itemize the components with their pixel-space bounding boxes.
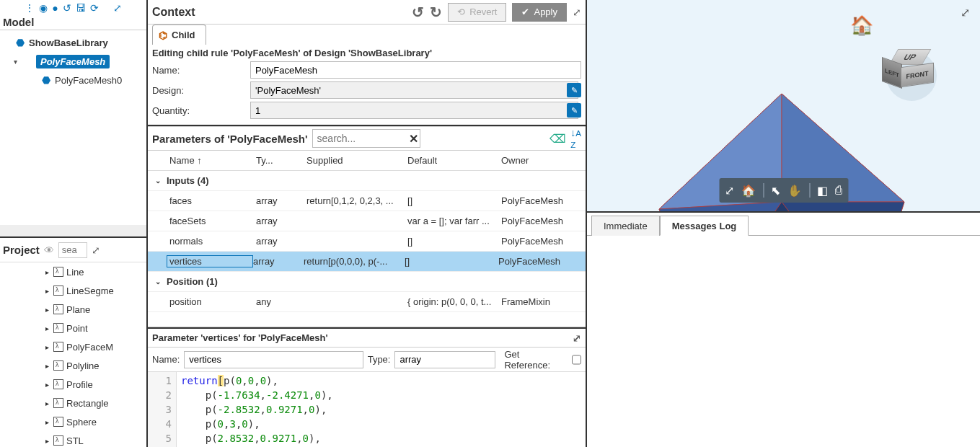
cube-icon: ⬣ [22, 56, 33, 67]
project-item[interactable]: ▸STL [43, 431, 146, 447]
box-icon[interactable]: ◧ [817, 184, 828, 198]
tab-immediate[interactable]: Immediate [591, 216, 660, 236]
param-group[interactable]: ⌄Position (1) [148, 272, 586, 292]
apply-button[interactable]: ✔Apply [512, 3, 567, 22]
sort-az-icon[interactable]: ↓AZ [570, 127, 581, 150]
undo-icon[interactable]: ↺ [63, 2, 71, 14]
col-name[interactable]: Name ↑ [169, 155, 256, 166]
design-input[interactable] [250, 81, 578, 99]
expand-icon[interactable]: ⤢ [113, 2, 122, 14]
hierarchy-icon: ⌬ [159, 30, 167, 41]
col-supplied[interactable]: Supplied [306, 155, 407, 166]
project-item-label: Polyline [66, 360, 100, 371]
param-owner: FrameMixin [501, 296, 581, 307]
getref-checkbox[interactable] [572, 351, 581, 368]
project-item[interactable]: ▸Polyline [43, 356, 146, 375]
caret-right-icon[interactable]: ▸ [43, 437, 50, 445]
file-icon [53, 398, 63, 408]
export-icon[interactable]: ⎙ [835, 184, 842, 197]
code-editor[interactable]: 12345 return[p(0,0,0), p(-1.7634,-2.4271… [148, 372, 586, 447]
caret-down-icon[interactable]: ⌄ [155, 278, 167, 286]
save-icon[interactable]: 🖫 [76, 2, 86, 14]
project-item[interactable]: ▸Point [43, 319, 146, 337]
bottom-tabs: Immediate Messages Log [587, 213, 980, 236]
param-type: array [253, 256, 304, 267]
project-item[interactable]: ▸Line [43, 262, 146, 281]
select-icon[interactable]: ⬉ [771, 184, 780, 198]
target-icon[interactable]: ◉ [39, 2, 48, 14]
tab-child[interactable]: ⌬ Child [152, 25, 206, 45]
refresh-icon[interactable]: ⟳ [90, 2, 99, 14]
expand-icon[interactable]: ⤢ [573, 6, 581, 18]
param-supplied: return[p(0,0,0), p(-... [304, 256, 405, 267]
model-panel: ⋮ ◉ ● ↺ 🖫 ⟳ ⤢ Model ⬣ ShowBaseLibrary ▾ … [0, 0, 146, 238]
param-row[interactable]: normalsarray[]PolyFaceMesh [148, 231, 586, 252]
caret-right-icon[interactable]: ▸ [43, 381, 50, 389]
params-search-input[interactable] [312, 129, 420, 148]
param-group[interactable]: ⌄Inputs (4) [148, 171, 586, 191]
editor-name-input[interactable] [184, 351, 363, 368]
fit-icon[interactable]: ⤢ [725, 184, 734, 198]
project-item-label: LineSegme [66, 286, 114, 296]
messages-log-area[interactable] [587, 236, 980, 447]
tree-item-label: PolyFaceMesh [36, 55, 110, 68]
project-item[interactable]: ▸Rectangle [43, 394, 146, 412]
col-owner[interactable]: Owner [501, 155, 581, 166]
clear-icon[interactable]: ✕ [409, 132, 418, 146]
context-title: Context [152, 6, 406, 19]
tree-item-root[interactable]: ⬣ ShowBaseLibrary [0, 33, 146, 52]
caret-right-icon[interactable]: ▸ [43, 324, 50, 332]
project-item-label: Plane [66, 304, 90, 315]
project-item[interactable]: ▸Sphere [43, 412, 146, 431]
tree-item-selected[interactable]: ▾ ⬣ PolyFaceMesh [0, 52, 146, 71]
editor-type-input[interactable] [394, 351, 495, 368]
revert-button[interactable]: ⟲Revert [448, 3, 506, 22]
caret-down-icon[interactable]: ▾ [12, 58, 19, 66]
param-row[interactable]: faceSetsarrayvar a = []; var farr ...Pol… [148, 211, 586, 231]
caret-right-icon[interactable]: ▸ [43, 362, 50, 370]
param-row[interactable]: positionany{ origin: p(0, 0, 0, t...Fram… [148, 292, 586, 312]
tree-item-child[interactable]: ⬣ PolyFaceMesh0 [0, 71, 146, 89]
redo-icon[interactable]: ↻ [430, 4, 442, 21]
project-item[interactable]: ▸Plane [43, 300, 146, 319]
param-default: [] [405, 256, 498, 267]
col-type[interactable]: Ty... [256, 155, 306, 166]
home-icon[interactable]: 🏠 [741, 184, 756, 198]
col-default[interactable]: Default [407, 155, 501, 166]
tree-item-label: ShowBaseLibrary [29, 37, 108, 48]
group-label: Inputs (4) [167, 175, 209, 186]
viewport-3d[interactable]: ⤢ 🏠 Y X Z UP LEFT FRONT ⤢ [587, 0, 980, 213]
expand-icon[interactable]: ⤢ [573, 332, 581, 344]
param-type: array [256, 236, 306, 247]
edit-icon[interactable]: ✎ [567, 103, 581, 118]
project-item[interactable]: ▸Profile [43, 375, 146, 394]
file-icon [53, 286, 63, 296]
caret-right-icon[interactable]: ▸ [43, 287, 50, 295]
caret-right-icon[interactable]: ▸ [43, 399, 50, 407]
edit-icon[interactable]: ✎ [567, 83, 581, 97]
project-item[interactable]: ▸PolyFaceM [43, 337, 146, 356]
editor-panel: Parameter 'vertices' for 'PolyFaceMesh' … [148, 327, 586, 447]
pan-icon[interactable]: ✋ [787, 184, 802, 198]
caret-right-icon[interactable]: ▸ [43, 343, 50, 351]
caret-down-icon[interactable]: ⌄ [155, 177, 167, 185]
expand-icon[interactable]: ⤢ [92, 244, 100, 256]
caret-right-icon[interactable]: ▸ [43, 268, 50, 276]
caret-right-icon[interactable]: ▸ [43, 418, 50, 426]
name-input[interactable] [250, 61, 581, 79]
param-row[interactable]: verticesarrayreturn[p(0,0,0), p(-...[]Po… [148, 252, 586, 272]
param-type: array [256, 195, 306, 206]
model-scrollbar[interactable] [0, 225, 146, 236]
revert-icon: ⟲ [457, 6, 465, 17]
param-row[interactable]: facesarrayreturn[0,1,2, 0,2,3, ...[]Poly… [148, 191, 586, 211]
undo-icon[interactable]: ↺ [412, 4, 424, 21]
quantity-input[interactable] [250, 102, 578, 119]
eraser-icon[interactable]: ⌫ [549, 132, 566, 146]
project-item[interactable]: ▸LineSegme [43, 281, 146, 300]
circle-icon[interactable]: ● [52, 2, 58, 14]
project-search-input[interactable] [58, 242, 87, 258]
caret-right-icon[interactable]: ▸ [43, 306, 50, 314]
tab-messages-log[interactable]: Messages Log [660, 216, 749, 236]
eye-off-icon[interactable]: 👁 [44, 244, 54, 256]
param-name: vertices [167, 255, 253, 267]
